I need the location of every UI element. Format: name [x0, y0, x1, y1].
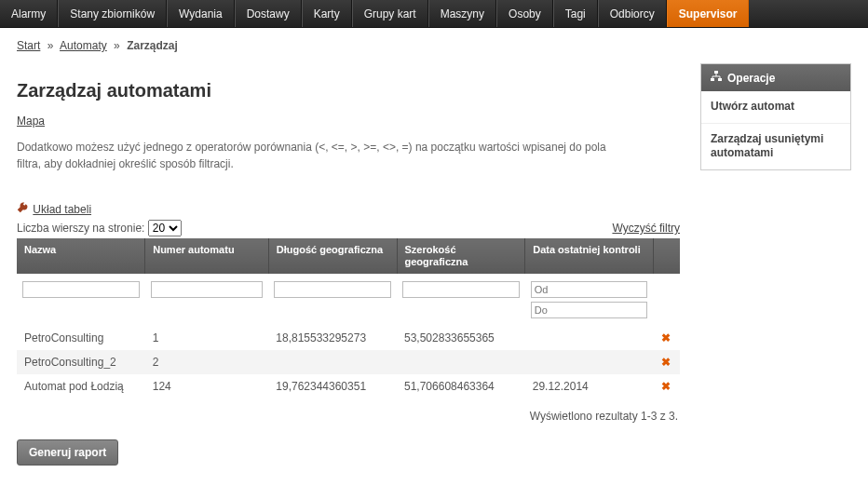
table-row: PetroConsulting_2 2 ✖ [17, 350, 680, 374]
cell-name: PetroConsulting [17, 326, 145, 350]
cell-lon [268, 350, 397, 374]
nav-item-odbiorcy[interactable]: Odbiorcy [598, 0, 667, 27]
clear-filters-link[interactable]: Wyczyść filtry [612, 222, 680, 235]
breadcrumb-automaty[interactable]: Automaty [60, 39, 107, 52]
table-row: PetroConsulting 1 18,815533295273 53,502… [17, 326, 680, 350]
table-row: Automat pod Łodzią 124 19,762344360351 5… [17, 374, 680, 398]
th-name[interactable]: Nazwa [17, 238, 145, 274]
wrench-icon [17, 202, 30, 215]
nav-item-stany[interactable]: Stany zbiorników [58, 0, 167, 27]
op-manage-deleted[interactable]: Zarządzaj usuniętymi automatami [701, 124, 850, 169]
nav-item-tagi[interactable]: Tagi [553, 0, 598, 27]
cell-date [525, 326, 654, 350]
cell-lat [397, 350, 525, 374]
panel-heading: Operacje [701, 64, 850, 91]
cell-lon: 18,815533295273 [268, 326, 397, 350]
cell-date [525, 350, 654, 374]
breadcrumb-current: Zarządzaj [127, 39, 178, 52]
filter-number[interactable] [151, 281, 264, 298]
nav-item-karty[interactable]: Karty [302, 0, 352, 27]
delete-icon[interactable]: ✖ [661, 331, 671, 344]
filter-row [17, 274, 680, 326]
cell-lon: 19,762344360351 [268, 374, 397, 398]
automats-table: Nazwa Numer automatu Długość geograficzn… [17, 238, 680, 398]
cell-date: 29.12.2014 [525, 374, 654, 398]
th-lat[interactable]: Szerokość geograficzna [397, 238, 525, 274]
cell-lat: 51,706608463364 [397, 374, 525, 398]
filter-lat[interactable] [402, 281, 520, 298]
main-content: Zarządzaj automatami Mapa Dodatkowo może… [17, 63, 680, 466]
sidebar: Operacje Utwórz automat Zarządzaj usunię… [700, 63, 851, 170]
delete-icon[interactable]: ✖ [661, 380, 671, 393]
cell-name: Automat pod Łodzią [17, 374, 145, 398]
operations-panel: Operacje Utwórz automat Zarządzaj usunię… [700, 63, 851, 170]
svg-rect-2 [718, 78, 722, 81]
cell-number: 124 [145, 374, 269, 398]
panel-title: Operacje [727, 72, 775, 85]
cell-number: 1 [145, 326, 269, 350]
svg-rect-1 [711, 78, 714, 81]
rows-per-page-select[interactable]: 20 [148, 220, 182, 236]
filter-date-from[interactable] [531, 281, 648, 298]
nav-item-osoby[interactable]: Osoby [496, 0, 553, 27]
filter-date-to[interactable] [531, 302, 648, 318]
op-create-automat[interactable]: Utwórz automat [701, 91, 850, 124]
th-date[interactable]: Data ostatniej kontroli [525, 238, 654, 274]
breadcrumb: Start » Automaty » Zarządzaj [0, 28, 868, 63]
filter-description: Dodatkowo możesz użyć jednego z operator… [17, 139, 631, 172]
nav-item-maszyny[interactable]: Maszyny [428, 0, 496, 27]
filter-name[interactable] [22, 281, 140, 298]
top-nav: Alarmy Stany zbiorników Wydania Dostawy … [0, 0, 868, 28]
generate-report-button[interactable]: Generuj raport [17, 439, 118, 466]
cell-lat: 53,502833655365 [397, 326, 525, 350]
svg-rect-0 [714, 71, 718, 74]
table-layout-link[interactable]: Układ tabeli [33, 203, 91, 216]
hierarchy-icon [711, 71, 722, 85]
breadcrumb-start[interactable]: Start [17, 39, 40, 52]
th-lon[interactable]: Długość geograficzna [268, 238, 397, 274]
filter-lon[interactable] [274, 281, 391, 298]
delete-icon[interactable]: ✖ [661, 356, 671, 369]
cell-number: 2 [145, 350, 269, 374]
th-number[interactable]: Numer automatu [145, 238, 269, 274]
nav-item-dostawy[interactable]: Dostawy [235, 0, 302, 27]
results-summary: Wyświetlono rezultaty 1-3 z 3. [17, 398, 680, 439]
nav-item-wydania[interactable]: Wydania [167, 0, 235, 27]
page-title: Zarządzaj automatami [17, 80, 680, 101]
cell-name: PetroConsulting_2 [17, 350, 145, 374]
mapa-link[interactable]: Mapa [17, 115, 45, 128]
rows-per-page-label: Liczba wierszy na stronie: [17, 222, 144, 235]
nav-item-alarmy[interactable]: Alarmy [0, 0, 58, 27]
nav-item-supervisor[interactable]: Supervisor [667, 0, 750, 27]
nav-item-grupy-kart[interactable]: Grupy kart [352, 0, 428, 27]
